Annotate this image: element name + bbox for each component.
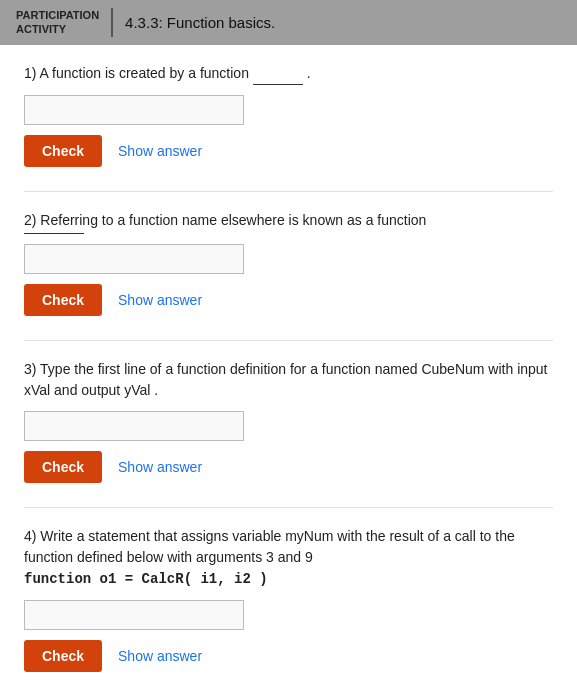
question-2-block: 2) Referring to a function name elsewher… xyxy=(24,210,553,316)
question-1-blank xyxy=(253,63,303,85)
question-2-input[interactable] xyxy=(24,244,244,274)
question-3-input[interactable] xyxy=(24,411,244,441)
question-2-text: 2) Referring to a function name elsewher… xyxy=(24,210,553,234)
question-2-sub-underline xyxy=(24,233,84,234)
question-1-actions: Check Show answer xyxy=(24,135,553,167)
question-3-actions: Check Show answer xyxy=(24,451,553,483)
question-4-actions: Check Show answer xyxy=(24,640,553,672)
header-label: PARTICIPATIONACTIVITY xyxy=(16,8,113,37)
question-2-number: 2) xyxy=(24,212,40,228)
question-4-check-button[interactable]: Check xyxy=(24,640,102,672)
question-3-check-button[interactable]: Check xyxy=(24,451,102,483)
divider-3 xyxy=(24,507,553,508)
header-title: 4.3.3: Function basics. xyxy=(125,14,275,31)
question-4-show-answer-link[interactable]: Show answer xyxy=(118,648,202,664)
question-3-number: 3) xyxy=(24,361,40,377)
question-2-show-answer-link[interactable]: Show answer xyxy=(118,292,202,308)
question-4-block: 4) Write a statement that assigns variab… xyxy=(24,526,553,672)
question-1-text: 1) A function is created by a function . xyxy=(24,63,553,85)
content: 1) A function is created by a function .… xyxy=(0,45,577,700)
question-2-check-button[interactable]: Check xyxy=(24,284,102,316)
page-container: PARTICIPATIONACTIVITY 4.3.3: Function ba… xyxy=(0,0,577,700)
question-2-actions: Check Show answer xyxy=(24,284,553,316)
question-1-block: 1) A function is created by a function .… xyxy=(24,63,553,167)
divider-2 xyxy=(24,340,553,341)
divider-1 xyxy=(24,191,553,192)
question-4-code: function o1 = CalcR( i1, i2 ) xyxy=(24,571,268,587)
question-3-show-answer-link[interactable]: Show answer xyxy=(118,459,202,475)
question-1-input[interactable] xyxy=(24,95,244,125)
question-4-input[interactable] xyxy=(24,600,244,630)
question-4-text: 4) Write a statement that assigns variab… xyxy=(24,526,553,590)
question-3-block: 3) Type the first line of a function def… xyxy=(24,359,553,483)
question-4-number: 4) xyxy=(24,528,40,544)
header: PARTICIPATIONACTIVITY 4.3.3: Function ba… xyxy=(0,0,577,45)
question-3-text: 3) Type the first line of a function def… xyxy=(24,359,553,401)
question-1-check-button[interactable]: Check xyxy=(24,135,102,167)
question-1-number: 1) xyxy=(24,65,40,81)
question-1-show-answer-link[interactable]: Show answer xyxy=(118,143,202,159)
